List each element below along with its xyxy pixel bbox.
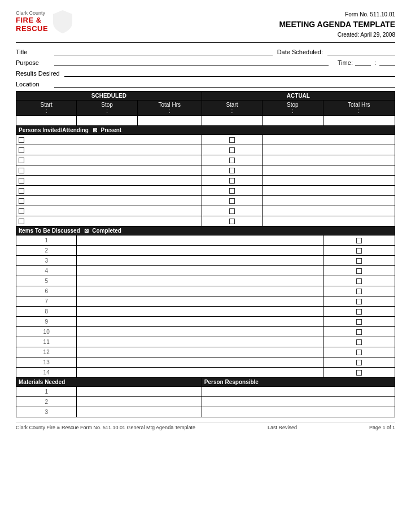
- purpose-input[interactable]: [54, 58, 329, 66]
- item-completed-cell[interactable]: [323, 368, 395, 378]
- person-checkbox-left[interactable]: [19, 147, 24, 153]
- item-completed-cell[interactable]: [323, 337, 395, 347]
- person-name-cell[interactable]: [263, 176, 395, 186]
- item-completed-cell[interactable]: [323, 357, 395, 368]
- person-name-cell[interactable]: [263, 155, 395, 165]
- location-input[interactable]: [54, 80, 395, 88]
- item-completed-cell[interactable]: [323, 296, 395, 307]
- items-row: 9: [16, 317, 395, 327]
- item-completed-cell[interactable]: [323, 307, 395, 317]
- person-responsible-cell[interactable]: [202, 407, 395, 417]
- person-name-cell[interactable]: [263, 206, 395, 216]
- item-content-cell[interactable]: [77, 296, 323, 307]
- item-content-cell[interactable]: [77, 347, 323, 357]
- item-completed-cell[interactable]: [323, 246, 395, 256]
- person-name-cell[interactable]: [263, 145, 395, 155]
- title-input[interactable]: [54, 47, 273, 55]
- item-completed-cell[interactable]: [323, 276, 395, 286]
- item-checkbox[interactable]: [356, 278, 362, 284]
- actual-start-cell[interactable]: [202, 116, 262, 126]
- person-checkbox-left[interactable]: [19, 158, 24, 163]
- item-content-cell[interactable]: [77, 236, 323, 246]
- person-checkbox-left[interactable]: [19, 137, 24, 143]
- sched-start-cell[interactable]: [16, 116, 77, 126]
- time-minute-input[interactable]: [379, 58, 395, 66]
- item-checkbox[interactable]: [356, 309, 362, 315]
- item-content-cell[interactable]: [77, 266, 323, 276]
- actual-total-cell[interactable]: [323, 116, 395, 126]
- person-checkbox-left[interactable]: [19, 219, 24, 224]
- item-checkbox[interactable]: [356, 238, 362, 243]
- person-checkbox-right[interactable]: [229, 147, 235, 153]
- item-completed-cell[interactable]: [323, 317, 395, 327]
- item-content-cell[interactable]: [77, 327, 323, 337]
- item-completed-cell[interactable]: [323, 286, 395, 296]
- item-checkbox[interactable]: [356, 248, 362, 254]
- item-completed-cell[interactable]: [323, 347, 395, 357]
- item-checkbox[interactable]: [356, 339, 362, 345]
- item-content-cell[interactable]: [77, 246, 323, 256]
- item-content-cell[interactable]: [77, 286, 323, 296]
- item-content-cell[interactable]: [77, 357, 323, 368]
- item-content-cell[interactable]: [77, 368, 323, 378]
- item-checkbox[interactable]: [356, 319, 362, 325]
- person-name-cell[interactable]: [263, 186, 395, 196]
- person-checkbox-left[interactable]: [19, 198, 24, 204]
- sched-stop-cell[interactable]: [77, 116, 137, 126]
- item-content-cell[interactable]: [77, 317, 323, 327]
- person-checkbox-right[interactable]: [229, 137, 235, 143]
- item-content-cell[interactable]: [77, 276, 323, 286]
- item-content-cell[interactable]: [77, 337, 323, 347]
- person-checkbox-right[interactable]: [229, 188, 235, 194]
- person-responsible-cell[interactable]: [202, 397, 395, 407]
- actual-stop-col: Stop :: [263, 101, 323, 116]
- person-checkbox-right[interactable]: [229, 168, 235, 173]
- person-checkbox-left[interactable]: [19, 188, 24, 194]
- item-completed-cell[interactable]: [323, 256, 395, 266]
- item-checkbox[interactable]: [356, 370, 362, 376]
- form-title-block: Form No. 511.10.01 MEETING AGENDA TEMPLA…: [279, 10, 395, 39]
- item-number: 14: [16, 368, 77, 378]
- title-row: Title Date Scheduled:: [16, 47, 395, 55]
- shield-icon: [52, 9, 73, 34]
- date-scheduled-input[interactable]: [327, 47, 395, 55]
- person-name-cell[interactable]: [263, 135, 395, 145]
- person-checkbox-right[interactable]: [229, 158, 235, 163]
- person-checkbox-left[interactable]: [19, 208, 24, 214]
- person-responsible-cell[interactable]: [202, 387, 395, 397]
- item-number: 3: [16, 256, 77, 266]
- person-name-cell[interactable]: [263, 196, 395, 206]
- person-checkbox-right[interactable]: [229, 208, 235, 214]
- item-content-cell[interactable]: [77, 307, 323, 317]
- person-checkbox-right[interactable]: [229, 178, 235, 184]
- person-name-cell[interactable]: [263, 216, 395, 226]
- person-checkbox-right[interactable]: [229, 219, 235, 224]
- person-checkbox-left[interactable]: [19, 178, 24, 184]
- sched-stop-col: Stop :: [77, 101, 137, 116]
- item-checkbox[interactable]: [356, 268, 362, 274]
- item-completed-cell[interactable]: [323, 236, 395, 246]
- item-checkbox[interactable]: [356, 329, 362, 335]
- footer-right: Page 1 of 1: [369, 425, 395, 430]
- item-completed-cell[interactable]: [323, 266, 395, 276]
- results-input[interactable]: [64, 69, 395, 77]
- item-checkbox[interactable]: [356, 299, 362, 304]
- time-hour-input[interactable]: [355, 58, 371, 66]
- item-completed-cell[interactable]: [323, 327, 395, 337]
- item-checkbox[interactable]: [356, 289, 362, 294]
- person-checkbox-left[interactable]: [19, 168, 24, 173]
- form-number: Form No. 511.10.01: [279, 10, 395, 19]
- persons-row: [16, 135, 395, 145]
- item-checkbox[interactable]: [356, 258, 362, 264]
- person-name-cell[interactable]: [263, 165, 395, 176]
- item-checkbox[interactable]: [356, 350, 362, 355]
- item-content-cell[interactable]: [77, 256, 323, 266]
- actual-stop-cell[interactable]: [263, 116, 323, 126]
- item-checkbox[interactable]: [356, 360, 362, 365]
- items-row: 5: [16, 276, 395, 286]
- person-checkbox-right[interactable]: [229, 198, 235, 204]
- materials-item-cell[interactable]: [77, 387, 202, 397]
- materials-item-cell[interactable]: [77, 397, 202, 407]
- materials-item-cell[interactable]: [77, 407, 202, 417]
- sched-total-cell[interactable]: [137, 116, 202, 126]
